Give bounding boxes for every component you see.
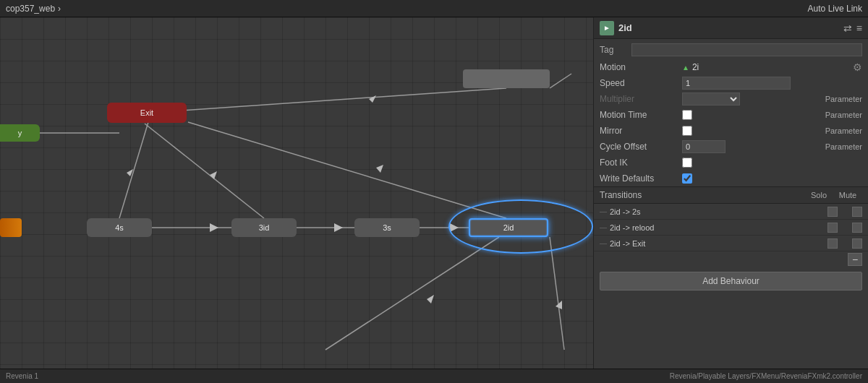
transition-solo-2[interactable] <box>827 238 838 249</box>
cycle-offset-row: Cycle Offset Parameter <box>594 139 868 155</box>
transition-arrow-0: — <box>600 207 607 215</box>
svg-line-2 <box>119 122 148 218</box>
svg-marker-15 <box>556 301 562 309</box>
menu-icon[interactable]: ≡ <box>856 22 862 34</box>
filename-label: cop357_web <box>6 4 55 14</box>
panel-header-icons: ⇄ ≡ <box>843 22 862 34</box>
status-left: Revenia 1 <box>6 372 38 380</box>
multiplier-label: Multiplier <box>600 94 679 104</box>
speed-row: Speed <box>594 75 868 91</box>
svg-marker-3 <box>127 169 133 176</box>
svg-marker-7 <box>210 223 218 232</box>
transitions-header: Transitions Solo Mute <box>594 186 868 204</box>
svg-line-16 <box>550 74 571 88</box>
right-panel: ► 2id ⇄ ≡ Tag Motion ▲ 2i <box>593 17 868 369</box>
panel-header-left: ► 2id <box>600 21 632 35</box>
svg-marker-13 <box>427 295 434 304</box>
svg-marker-9 <box>334 223 343 232</box>
motion-settings-icon[interactable]: ⚙ <box>853 61 862 73</box>
mirror-row: Mirror Parameter <box>594 123 868 139</box>
panel-body: Tag Motion ▲ 2i ⚙ Speed Multiplier <box>594 39 868 369</box>
mute-col-label: Mute <box>833 191 862 199</box>
mirror-label: Mirror <box>600 126 679 136</box>
motion-time-label: Motion Time <box>600 110 679 120</box>
transition-arrow-1: — <box>600 223 607 231</box>
multiplier-dropdown[interactable] <box>682 92 740 106</box>
transition-mute-0[interactable] <box>852 207 862 217</box>
transitions-minus-row: − <box>594 251 868 267</box>
svg-marker-1 <box>369 95 376 103</box>
transition-row-0[interactable]: — 2id -> 2s <box>594 204 868 220</box>
foot-ik-label: Foot IK <box>600 158 679 168</box>
mirror-parameter-label: Parameter <box>825 126 862 135</box>
motion-row: Motion ▲ 2i ⚙ <box>594 59 868 75</box>
motion-time-checkbox[interactable] <box>682 110 692 120</box>
svg-marker-11 <box>450 223 459 232</box>
node-4s[interactable]: 4s <box>87 218 152 237</box>
svg-line-4 <box>188 122 506 218</box>
cycle-offset-label: Cycle Offset <box>600 142 679 152</box>
motion-time-parameter-label: Parameter <box>825 111 862 119</box>
svg-line-12 <box>326 237 499 350</box>
node-exit[interactable]: Exit <box>107 103 187 123</box>
status-right: Revenia/Playable Layers/FXMenu/ReveniaFX… <box>670 372 862 380</box>
transition-row-1[interactable]: — 2id -> relood <box>594 220 868 236</box>
node-3id[interactable]: 3id <box>231 218 297 237</box>
add-behaviour-button[interactable]: Add Behaviour <box>600 272 862 291</box>
speed-input[interactable] <box>682 77 791 90</box>
motion-value[interactable]: ▲ 2i <box>682 62 699 72</box>
write-defaults-checkbox[interactable] <box>682 173 692 184</box>
remove-transition-button[interactable]: − <box>848 253 862 266</box>
svg-line-18 <box>145 124 264 218</box>
node-orange[interactable] <box>0 218 22 237</box>
speed-label: Speed <box>600 78 679 88</box>
transition-name-0: 2id -> 2s <box>610 207 827 216</box>
svg-line-0 <box>148 88 506 113</box>
cycle-offset-parameter-label: Parameter <box>825 142 862 151</box>
top-bar-left: cop357_web › <box>6 4 61 14</box>
transition-name-2: 2id -> Exit <box>610 239 827 248</box>
node-2id[interactable]: 2id <box>469 218 548 237</box>
foot-ik-checkbox[interactable] <box>682 158 692 168</box>
multiplier-row: Multiplier Parameter <box>594 91 868 107</box>
breadcrumb-chevron: › <box>58 4 61 14</box>
multiplier-parameter-label: Parameter <box>825 95 862 103</box>
panel-icon-char: ► <box>603 24 610 32</box>
tag-row: Tag <box>594 42 868 59</box>
write-defaults-row: Write Defaults <box>594 171 868 186</box>
cycle-offset-input[interactable] <box>682 140 726 153</box>
svg-marker-19 <box>210 171 217 179</box>
auto-live-link[interactable]: Auto Live Link <box>808 4 862 14</box>
motion-triangle-icon: ▲ <box>682 64 689 72</box>
transition-mute-1[interactable] <box>852 223 862 233</box>
motion-time-row: Motion Time Parameter <box>594 107 868 123</box>
transition-solo-0[interactable] <box>827 207 838 217</box>
transition-solo-1[interactable] <box>827 223 838 233</box>
foot-ik-row: Foot IK <box>594 155 868 171</box>
transition-row-2[interactable]: — 2id -> Exit <box>594 236 868 251</box>
transition-name-1: 2id -> relood <box>610 223 827 232</box>
node-3s[interactable]: 3s <box>354 218 420 237</box>
svg-line-14 <box>550 237 564 350</box>
motion-label: Motion <box>600 62 679 72</box>
transition-arrow-2: — <box>600 239 607 247</box>
transition-mute-2[interactable] <box>852 238 862 249</box>
mirror-checkbox[interactable] <box>682 126 692 136</box>
node-green[interactable]: y <box>0 124 40 142</box>
transform-icon[interactable]: ⇄ <box>843 22 852 34</box>
svg-marker-5 <box>376 165 383 173</box>
graph-area[interactable]: y Exit 4s 3id 3s 2id <box>0 17 593 369</box>
solo-col-label: Solo <box>804 191 833 199</box>
main-area: y Exit 4s 3id 3s 2id ► 2id <box>0 17 868 369</box>
status-bar: Revenia 1 Revenia/Playable Layers/FXMenu… <box>0 369 868 383</box>
motion-value-text: 2i <box>692 62 699 72</box>
panel-title: 2id <box>618 22 632 33</box>
panel-header: ► 2id ⇄ ≡ <box>594 17 868 39</box>
node-gray-top[interactable] <box>463 69 550 88</box>
transitions-title: Transitions <box>600 190 804 200</box>
panel-icon: ► <box>600 21 614 35</box>
write-defaults-label: Write Defaults <box>600 173 679 184</box>
tag-input[interactable] <box>631 43 862 56</box>
tag-label: Tag <box>600 45 629 55</box>
top-bar: cop357_web › Auto Live Link <box>0 0 868 17</box>
